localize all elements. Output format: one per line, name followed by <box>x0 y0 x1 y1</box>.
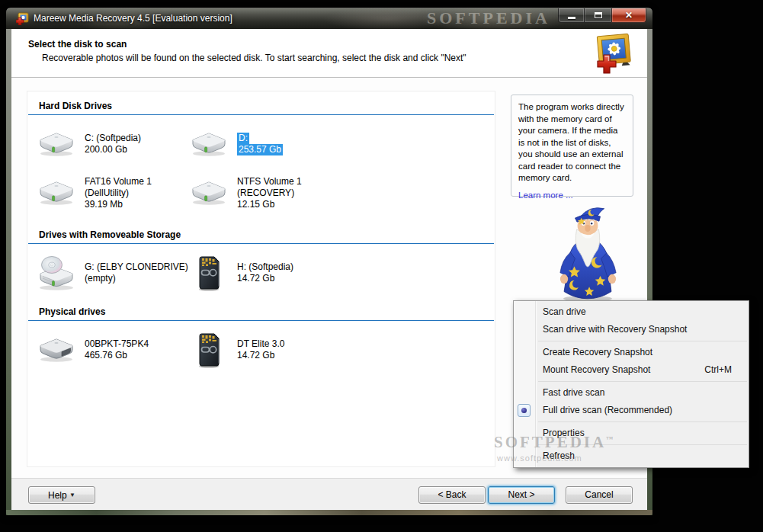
close-icon: ✕ <box>625 11 633 20</box>
physical-disk-icon <box>35 337 78 363</box>
button-bar: Help ▼ < Back Next > Cancel <box>11 478 647 510</box>
menu-separator <box>538 421 747 422</box>
help-button[interactable]: Help ▼ <box>28 486 95 504</box>
menu-item-properties[interactable]: Properties <box>514 425 749 442</box>
app-icon <box>16 12 29 25</box>
menu-item-refresh[interactable]: Refresh <box>514 447 749 465</box>
drive-size-line: (empty) <box>85 273 116 284</box>
drive-item-fat16[interactable]: FAT16 Volume 1(DellUtility)39.19 Mb <box>27 173 180 213</box>
titlebar[interactable]: SOFTPEDIA Mareew Media Recovery 4.5 [Eva… <box>6 8 652 29</box>
hard-disk-icon <box>188 131 230 157</box>
drive-size-line: 465.76 Gb <box>85 350 127 361</box>
menu-separator <box>538 444 747 445</box>
drive-size-line: 14.72 Gb <box>237 350 274 361</box>
drive-item-g[interactable]: G: (ELBY CLONEDRIVE)(empty) <box>27 253 180 293</box>
menu-item-scan-drive[interactable]: Scan drive <box>514 303 749 321</box>
drive-item-c[interactable]: C: (Softpedia)200.00 Gb <box>27 124 180 164</box>
section-label-hard-disk-drives: Hard Disk Drives <box>39 101 495 111</box>
minimize-button[interactable] <box>558 8 585 23</box>
window-controls: ✕ <box>558 8 646 23</box>
menu-shortcut: Ctrl+M <box>704 361 749 379</box>
section-underline <box>28 320 494 321</box>
radio-selected-icon[interactable] <box>518 404 531 417</box>
drive-size-line: 253.57 Gb <box>237 144 283 155</box>
minimize-icon <box>568 17 575 19</box>
context-menu: Scan drive Scan drive with Recovery Snap… <box>513 300 749 468</box>
window-border-left <box>6 29 11 515</box>
close-button[interactable]: ✕ <box>611 8 646 23</box>
drive-item-ntfs[interactable]: NTFS Volume 1(RECOVERY)12.15 Gb <box>180 173 495 213</box>
help-dropdown-arrow-icon: ▼ <box>69 492 75 498</box>
drive-item-d-selected[interactable]: D:253.57 Gb <box>180 124 495 164</box>
section-underline <box>28 114 494 115</box>
drive-label-line: (RECOVERY) <box>237 187 294 199</box>
menu-separator <box>538 341 747 341</box>
drive-label-line: C: (Softpedia) <box>85 133 141 144</box>
drive-size-line: 39.19 Mb <box>85 199 123 210</box>
drive-label-line: H: (Softpedia) <box>237 261 293 273</box>
drive-item-h[interactable]: H: (Softpedia)14.72 Gb <box>180 253 495 293</box>
page-title: Select the disk to scan <box>28 39 127 50</box>
wizard-header: Select the disk to scan Recoverable phot… <box>11 29 647 78</box>
maximize-button[interactable] <box>585 8 611 23</box>
section-underline <box>28 243 494 244</box>
wizard-mascot-image <box>545 204 630 303</box>
menu-item-mount-recovery-snapshot[interactable]: Mount Recovery SnapshotCtrl+M <box>514 361 749 379</box>
info-text: The program works directly with the memo… <box>518 101 626 184</box>
next-button[interactable]: Next > <box>488 486 555 504</box>
hard-disk-icon <box>188 180 230 206</box>
section-label-physical-drives: Physical drives <box>39 306 495 317</box>
sd-card-icon <box>188 255 230 291</box>
maximize-icon <box>595 12 602 18</box>
menu-item-fast-drive-scan[interactable]: Fast drive scan <box>514 384 749 402</box>
cancel-button[interactable]: Cancel <box>566 486 633 504</box>
hard-disk-icon <box>35 131 78 157</box>
drive-size-line: 14.72 Gb <box>237 273 274 284</box>
drive-label-line: G: (ELBY CLONEDRIVE) <box>85 261 188 273</box>
page-subtitle: Recoverable photos will be found on the … <box>42 53 466 63</box>
drive-label-line: DT Elite 3.0 <box>237 338 284 350</box>
back-button[interactable]: < Back <box>418 486 486 504</box>
softpedia-titlebar-watermark: SOFTPEDIA <box>427 8 550 28</box>
screenshot-background: SOFTPEDIA Mareew Media Recovery 4.5 [Eva… <box>0 0 763 532</box>
cd-drive-icon <box>35 255 78 291</box>
drive-item-00bpkt[interactable]: 00BPKT-75PK4465.76 Gb <box>27 330 180 370</box>
sd-card-icon <box>188 332 230 368</box>
drive-size-line: 200.00 Gb <box>85 144 127 155</box>
drive-label-line: (DellUtility) <box>85 187 129 199</box>
menu-item-scan-drive-with-recovery-snapshot[interactable]: Scan drive with Recovery Snapshot <box>514 321 749 338</box>
menu-separator <box>538 381 747 382</box>
drive-label-line: FAT16 Volume 1 <box>85 176 152 187</box>
drive-size-line: 12.15 Gb <box>237 199 274 210</box>
hard-disk-icon <box>35 180 78 206</box>
learn-more-link[interactable]: Learn more ... <box>518 190 626 202</box>
drive-label-line: NTFS Volume 1 <box>237 176 302 187</box>
section-label-removeable-storage: Drives with Removeable Storage <box>39 229 495 240</box>
drive-label-line: D: <box>237 133 249 144</box>
drive-list-panel: Hard Disk Drives C: (Softpedia)200.00 Gb… <box>27 91 495 467</box>
window-border-bottom <box>6 510 652 515</box>
window-title: Mareew Media Recovery 4.5 [Evaluation ve… <box>34 13 232 24</box>
menu-item-full-drive-scan[interactable]: Full drive scan (Recommended) <box>514 402 749 419</box>
info-panel: The program works directly with the memo… <box>511 95 633 197</box>
menu-item-create-recovery-snapshot[interactable]: Create Recovery Snapshot <box>514 344 749 361</box>
drive-item-dt-elite[interactable]: DT Elite 3.014.72 Gb <box>180 330 495 370</box>
drive-label-line: 00BPKT-75PK4 <box>85 338 149 350</box>
app-logo-icon <box>592 33 635 74</box>
